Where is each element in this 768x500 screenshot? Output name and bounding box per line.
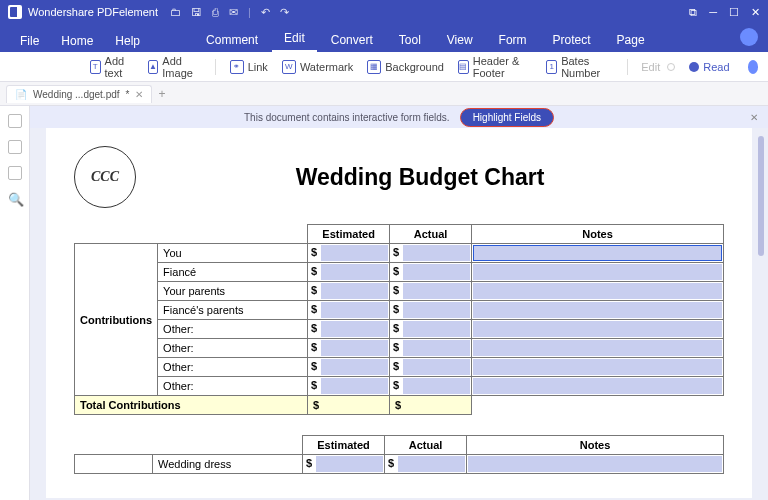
- thumbnails-icon[interactable]: [8, 114, 22, 128]
- dress-actual-input[interactable]: [398, 456, 465, 472]
- app-logo-icon: [8, 5, 22, 19]
- watermark-button[interactable]: WWatermark: [282, 60, 353, 74]
- menu-form[interactable]: Form: [487, 28, 539, 52]
- row-other-4: Other:: [158, 377, 308, 396]
- add-text-button[interactable]: TAdd text: [90, 55, 134, 79]
- org-seal-icon: CCC: [74, 146, 136, 208]
- left-sidebar: 🔍: [0, 106, 30, 500]
- other4-estimated-input[interactable]: [321, 378, 388, 394]
- row-you: You: [158, 244, 308, 263]
- contributions-table: Estimated Actual Notes Contributions You…: [74, 224, 724, 415]
- read-mode-toggle[interactable]: Read: [689, 61, 729, 73]
- col-actual: Actual: [390, 225, 472, 244]
- vertical-scrollbar[interactable]: [758, 136, 764, 256]
- close-tab-icon[interactable]: ✕: [135, 89, 143, 100]
- link-button[interactable]: ⚭Link: [230, 60, 268, 74]
- row-other-2: Other:: [158, 339, 308, 358]
- other2-notes-input[interactable]: [473, 340, 722, 356]
- edit-mode-toggle[interactable]: Edit: [641, 61, 675, 73]
- other1-estimated-input[interactable]: [321, 321, 388, 337]
- pdf-page: CCC Wedding Budget Chart Estimated Actua…: [46, 128, 752, 498]
- expenses-table: Estimated Actual Notes Wedding dress $ $: [74, 435, 724, 474]
- background-button[interactable]: ▦Background: [367, 60, 444, 74]
- fiance-estimated-input[interactable]: [321, 264, 388, 280]
- bookmarks-icon[interactable]: [8, 140, 22, 154]
- other3-notes-input[interactable]: [473, 359, 722, 375]
- pdf-icon: 📄: [15, 89, 27, 100]
- you-actual-input[interactable]: [403, 245, 470, 261]
- read-active-icon: [689, 62, 699, 72]
- window-maximize-icon[interactable]: ☐: [729, 6, 739, 19]
- menu-edit[interactable]: Edit: [272, 26, 317, 52]
- image-icon: ▲: [148, 60, 159, 74]
- menu-convert[interactable]: Convert: [319, 28, 385, 52]
- save-icon[interactable]: 🖫: [191, 6, 202, 19]
- other4-actual-input[interactable]: [403, 378, 470, 394]
- you-notes-input[interactable]: [473, 245, 722, 261]
- menu-comment[interactable]: Comment: [194, 28, 270, 52]
- form-fields-notice: This document contains interactive form …: [30, 106, 768, 128]
- edit-toolbar: TAdd text ▲Add Image ⚭Link WWatermark ▦B…: [0, 52, 768, 82]
- row-fiances-parents: Fiancé's parents: [158, 301, 308, 320]
- other4-notes-input[interactable]: [473, 378, 722, 394]
- search-icon[interactable]: 🔍: [8, 192, 22, 206]
- col-notes: Notes: [472, 225, 724, 244]
- other2-estimated-input[interactable]: [321, 340, 388, 356]
- fiance-notes-input[interactable]: [473, 264, 722, 280]
- your-parents-notes-input[interactable]: [473, 283, 722, 299]
- other2-actual-input[interactable]: [403, 340, 470, 356]
- total-actual: $: [390, 396, 472, 415]
- undo-icon[interactable]: ↶: [261, 6, 270, 19]
- menu-file[interactable]: File: [10, 30, 49, 52]
- text-icon: T: [90, 60, 101, 74]
- window-restore-icon[interactable]: ⧉: [689, 6, 697, 19]
- workspace: 🔍 This document contains interactive for…: [0, 106, 768, 500]
- document-tab-bar: 📄 Wedding ...dget.pdf * ✕ +: [0, 82, 768, 106]
- menu-protect[interactable]: Protect: [541, 28, 603, 52]
- col-estimated: Estimated: [308, 225, 390, 244]
- col-estimated-2: Estimated: [303, 436, 385, 455]
- document-tab[interactable]: 📄 Wedding ...dget.pdf * ✕: [6, 85, 152, 103]
- your-parents-estimated-input[interactable]: [321, 283, 388, 299]
- menu-view[interactable]: View: [435, 28, 485, 52]
- dress-estimated-input[interactable]: [316, 456, 383, 472]
- fiances-parents-actual-input[interactable]: [403, 302, 470, 318]
- fiances-parents-notes-input[interactable]: [473, 302, 722, 318]
- row-fiance: Fiancé: [158, 263, 308, 282]
- menu-page[interactable]: Page: [605, 28, 657, 52]
- user-avatar-icon[interactable]: [740, 28, 758, 46]
- toolbar-separator: [627, 59, 628, 75]
- other1-actual-input[interactable]: [403, 321, 470, 337]
- col-notes-2: Notes: [467, 436, 724, 455]
- other1-notes-input[interactable]: [473, 321, 722, 337]
- menu-home[interactable]: Home: [51, 30, 103, 52]
- menu-tool[interactable]: Tool: [387, 28, 433, 52]
- fiances-parents-estimated-input[interactable]: [321, 302, 388, 318]
- highlight-fields-button[interactable]: Highlight Fields: [460, 108, 554, 127]
- settings-gear-icon[interactable]: [748, 60, 758, 74]
- add-image-button[interactable]: ▲Add Image: [148, 55, 201, 79]
- your-parents-actual-input[interactable]: [403, 283, 470, 299]
- dress-notes-input[interactable]: [468, 456, 722, 472]
- background-icon: ▦: [367, 60, 381, 74]
- other3-actual-input[interactable]: [403, 359, 470, 375]
- titlebar-quick-actions: 🗀 🖫 ⎙ ✉ | ↶ ↷: [170, 6, 289, 19]
- window-close-icon[interactable]: ✕: [751, 6, 760, 19]
- close-notice-icon[interactable]: ✕: [750, 112, 758, 123]
- bates-number-button[interactable]: 1Bates Number: [546, 55, 612, 79]
- attachments-icon[interactable]: [8, 166, 22, 180]
- folder-icon[interactable]: 🗀: [170, 6, 181, 19]
- redo-icon[interactable]: ↷: [280, 6, 289, 19]
- other3-estimated-input[interactable]: [321, 359, 388, 375]
- menu-help[interactable]: Help: [105, 30, 150, 52]
- window-minimize-icon[interactable]: ─: [709, 6, 717, 19]
- you-estimated-input[interactable]: [321, 245, 388, 261]
- bates-icon: 1: [546, 60, 557, 74]
- new-tab-button[interactable]: +: [158, 87, 165, 101]
- header-footer-button[interactable]: ▤Header & Footer: [458, 55, 532, 79]
- mail-icon[interactable]: ✉: [229, 6, 238, 19]
- col-actual-2: Actual: [385, 436, 467, 455]
- print-icon[interactable]: ⎙: [212, 6, 219, 19]
- fiance-actual-input[interactable]: [403, 264, 470, 280]
- total-contributions-label: Total Contributions: [75, 396, 308, 415]
